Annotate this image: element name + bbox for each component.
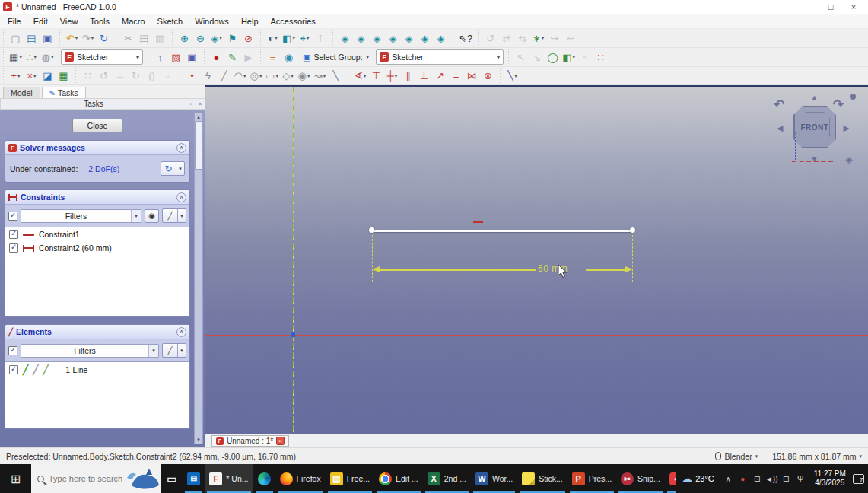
- dropdown-caret-icon[interactable]: ▾: [243, 73, 246, 79]
- dropdown-caret-icon[interactable]: ▾: [33, 54, 37, 60]
- taskbar-search[interactable]: [31, 464, 161, 493]
- element-checkbox[interactable]: [9, 365, 18, 374]
- mini-cube-icon[interactable]: ◈: [845, 154, 853, 165]
- rotate-ccw-icon[interactable]: ↶: [774, 98, 784, 111]
- macro-record-button[interactable]: ●: [208, 49, 224, 65]
- copy-button[interactable]: ▤: [136, 30, 152, 46]
- view-front-button[interactable]: ◈: [353, 30, 369, 46]
- dropdown-caret-icon[interactable]: ▾: [17, 73, 21, 79]
- dropdown-caret-icon[interactable]: ▾: [291, 73, 294, 79]
- create-polyline-button[interactable]: ϟ: [200, 68, 216, 84]
- scroll-down-icon[interactable]: ▾: [197, 436, 200, 444]
- dropdown-caret-icon[interactable]: ▾: [573, 54, 576, 60]
- constraint-row[interactable]: Constraint2 (60 mm): [5, 241, 189, 255]
- horizontal-constraint-marker[interactable]: [473, 221, 483, 223]
- std-views-button[interactable]: ◉: [281, 49, 297, 65]
- constraint-checkbox[interactable]: [9, 243, 18, 253]
- validate-sketch-button[interactable]: ◯: [545, 49, 561, 65]
- draw-style-button[interactable]: ◐▾: [265, 30, 281, 46]
- create-line-button[interactable]: ╱: [216, 68, 232, 84]
- sketch-selector[interactable]: F Sketcher ▾: [376, 49, 504, 65]
- freecad-taskbar-button[interactable]: F* Un...: [205, 464, 253, 493]
- chevron-down-icon[interactable]: ▾: [131, 210, 141, 222]
- nav-up-arrow-icon[interactable]: ▲: [810, 94, 819, 102]
- view-top-button[interactable]: ◈: [369, 30, 385, 46]
- chevron-down-icon[interactable]: ▾: [148, 345, 158, 357]
- start-button[interactable]: ⊞: [0, 464, 31, 493]
- chevron-down-icon[interactable]: ▾: [176, 162, 184, 175]
- dropdown-caret-icon[interactable]: ▾: [323, 73, 326, 79]
- view-rear-button[interactable]: ◈: [401, 30, 417, 46]
- element-row[interactable]: ╱ ╱ ╱ — 1-Line: [5, 362, 189, 377]
- nav-dot-icon[interactable]: [850, 94, 856, 100]
- whats-this-button[interactable]: ⇖?: [457, 30, 474, 46]
- dropdown-caret-icon[interactable]: ▾: [91, 35, 94, 41]
- freecad-file-taskbar-button[interactable]: ▤Free...: [326, 464, 374, 493]
- line-end-point[interactable]: [630, 227, 635, 233]
- create-bspline-button[interactable]: ↝▾: [312, 68, 328, 84]
- restore-button[interactable]: □: [819, 2, 842, 11]
- menu-sketch[interactable]: Sketch: [151, 15, 189, 27]
- dimension-line-right[interactable]: [586, 269, 627, 271]
- macro-edit-button[interactable]: ✎: [224, 49, 240, 65]
- toggle-snap-button[interactable]: ∴▾: [24, 49, 40, 65]
- menu-file[interactable]: File: [2, 15, 27, 27]
- float-panel-button[interactable]: ▫: [186, 100, 196, 107]
- create-rectangle-button[interactable]: ▭▾: [264, 68, 280, 84]
- menu-windows[interactable]: Windows: [189, 15, 235, 27]
- view-bottom-button[interactable]: ◈: [417, 30, 433, 46]
- close-task-button[interactable]: Close: [72, 119, 122, 132]
- dropdown-caret-icon[interactable]: ▾: [307, 35, 310, 41]
- display-icon[interactable]: ⊟: [779, 475, 793, 483]
- dropdown-caret-icon[interactable]: ▾: [259, 73, 262, 79]
- new-file-button[interactable]: ▢: [8, 30, 24, 46]
- dropdown-caret-icon[interactable]: ▾: [275, 35, 278, 41]
- nav-left-arrow-icon[interactable]: ◀: [777, 124, 783, 132]
- toggle-construction-button[interactable]: ╲▾: [504, 68, 520, 84]
- snip-taskbar-button[interactable]: ✂Snip...: [616, 464, 665, 493]
- collapse-chevron-icon[interactable]: ∧: [176, 143, 186, 153]
- create-arc-button[interactable]: ◠▾: [232, 68, 248, 84]
- insert-part-button[interactable]: ▣: [184, 49, 200, 65]
- 3d-viewport[interactable]: 60 mm ↶ ↷ ▲ ▼ ◀ ▶ FRONT: [205, 87, 868, 434]
- tray-chevron-icon[interactable]: ∧: [721, 475, 736, 483]
- view-dimensions[interactable]: 151.86 mm x 81.87 mm: [772, 452, 856, 461]
- close-panel-button[interactable]: ×: [196, 100, 205, 107]
- constraint-symmetric-button[interactable]: ⋈: [464, 68, 480, 84]
- collapse-chevron-icon[interactable]: ∧: [176, 327, 186, 337]
- scrollbar-thumb[interactable]: [195, 121, 202, 170]
- notification-center-button[interactable]: 7: [850, 464, 868, 493]
- navigation-cube[interactable]: ↶ ↷ ▲ ▼ ◀ ▶ FRONT ◈: [772, 92, 857, 167]
- edge-taskbar-button[interactable]: [253, 464, 275, 493]
- zoom-selection-button[interactable]: ⌖▾: [297, 30, 313, 46]
- import-part-button[interactable]: ▧: [168, 49, 184, 65]
- workbench-selector[interactable]: F Sketcher ▾: [61, 49, 143, 65]
- taskbar-clock[interactable]: 11:27 PM 4/3/2025: [810, 464, 850, 493]
- construction-line-button[interactable]: ╲: [328, 68, 344, 84]
- dimension-line-left[interactable]: [378, 269, 536, 271]
- quick-assist-icon[interactable]: ●: [736, 475, 750, 483]
- dropdown-caret-icon[interactable]: ▾: [75, 35, 78, 41]
- elements-filter-combo[interactable]: Filters ▾: [21, 344, 159, 358]
- elements-settings-button[interactable]: ╱ ▾: [162, 343, 186, 358]
- constraint-checkbox[interactable]: [9, 230, 18, 239]
- view-left-button[interactable]: ◈: [433, 30, 449, 46]
- undo-button[interactable]: ↶▾: [64, 30, 80, 46]
- rotate-cw-icon[interactable]: ↷: [833, 98, 844, 111]
- document-tab[interactable]: F Unnamed : 1* ×: [211, 435, 289, 447]
- origin-point[interactable]: [291, 332, 295, 337]
- line-start-point[interactable]: [369, 227, 374, 233]
- chevron-down-icon[interactable]: ▾: [859, 453, 862, 460]
- menu-help[interactable]: Help: [235, 15, 265, 27]
- render-style-button[interactable]: ◍▾: [40, 49, 56, 65]
- ifun-taskbar-button[interactable]: ●iFun ...: [665, 464, 676, 493]
- constraints-filter-combo[interactable]: Filters ▾: [21, 209, 141, 223]
- constraint-row[interactable]: Constraint1: [5, 227, 189, 241]
- dof-link[interactable]: 2 DoF(s): [88, 164, 119, 173]
- excel-taskbar-button[interactable]: X2nd ...: [423, 464, 471, 493]
- sketcher-datum-button[interactable]: +▾: [8, 68, 24, 84]
- dropdown-caret-icon[interactable]: ▾: [275, 73, 278, 79]
- zoom-out-button[interactable]: ⊖: [192, 30, 208, 46]
- search-input[interactable]: [49, 474, 129, 483]
- texture-view-button[interactable]: ◧▾: [281, 30, 297, 46]
